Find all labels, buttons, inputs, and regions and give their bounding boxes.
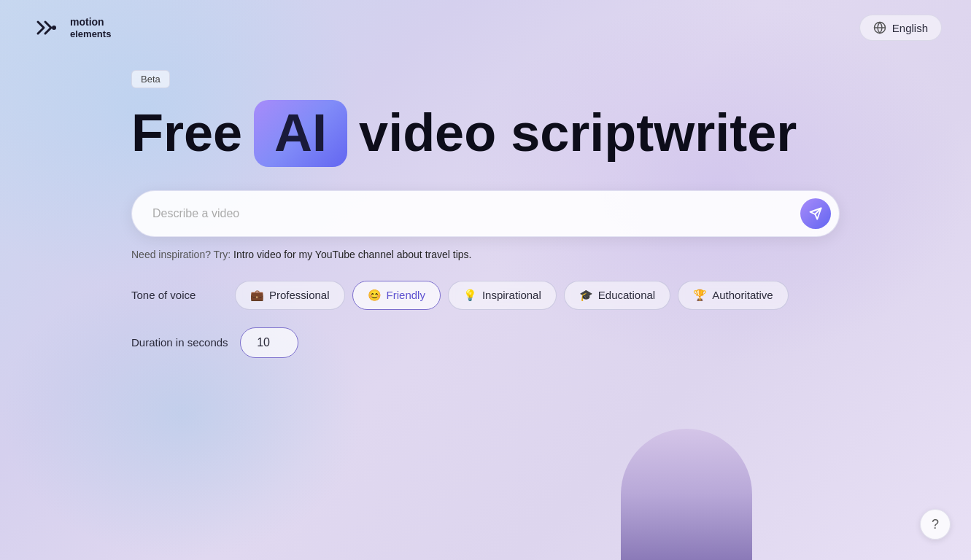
smile-icon: 😊 (368, 289, 382, 302)
headline-ai: AI (274, 106, 327, 161)
graduation-icon: 🎓 (579, 289, 593, 302)
logo: motion elements (29, 10, 111, 45)
bulb-icon: 💡 (463, 289, 477, 302)
globe-icon (873, 21, 886, 34)
send-icon (809, 207, 822, 220)
tone-educational-label: Educational (598, 289, 655, 301)
tone-of-voice-label: Tone of voice (131, 289, 226, 301)
duration-row: Duration in seconds (131, 327, 840, 358)
tone-professional[interactable]: 💼 Professional (235, 281, 345, 310)
language-label: English (892, 22, 928, 34)
logo-text: motion elements (70, 16, 111, 39)
duration-label: Duration in seconds (131, 336, 228, 349)
tone-of-voice-row: Tone of voice 💼 Professional 😊 Friendly … (131, 281, 840, 310)
main-content: Beta Free AI video scriptwriter Need ins… (0, 70, 971, 358)
tone-options: 💼 Professional 😊 Friendly 💡 Inspirationa… (235, 281, 789, 310)
tone-educational[interactable]: 🎓 Educational (564, 281, 670, 310)
tone-inspirational-label: Inspirational (482, 289, 541, 301)
headline-free: Free (131, 106, 242, 161)
navbar: motion elements English (0, 0, 971, 55)
trophy-icon: 🏆 (693, 289, 707, 302)
tone-professional-label: Professional (269, 289, 330, 301)
inspiration-example: Intro video for my YouTube channel about… (233, 249, 471, 260)
person-silhouette (606, 429, 752, 560)
logo-icon (29, 10, 64, 45)
beta-badge: Beta (131, 70, 170, 88)
tone-authoritative[interactable]: 🏆 Authoritative (678, 281, 788, 310)
svg-point-1 (52, 26, 56, 30)
inspiration-prefix: Need inspiration? Try: (131, 249, 231, 260)
tone-inspirational[interactable]: 💡 Inspirational (448, 281, 557, 310)
search-submit-button[interactable] (800, 198, 831, 229)
tone-friendly[interactable]: 😊 Friendly (352, 281, 441, 310)
briefcase-icon: 💼 (250, 289, 264, 302)
inspiration-text: Need inspiration? Try: Intro video for m… (131, 249, 840, 260)
headline: Free AI video scriptwriter (131, 100, 840, 167)
search-input[interactable] (131, 190, 840, 237)
duration-input[interactable] (240, 327, 298, 358)
language-button[interactable]: English (859, 15, 942, 41)
help-button[interactable]: ? (920, 509, 951, 540)
headline-rest: video scriptwriter (359, 106, 797, 161)
tone-authoritative-label: Authoritative (712, 289, 773, 301)
logo-line2: elements (70, 28, 111, 40)
ai-badge: AI (254, 100, 347, 167)
help-icon: ? (932, 517, 939, 532)
beta-label: Beta (141, 74, 160, 85)
svg-rect-0 (29, 10, 64, 45)
logo-line1: motion (70, 16, 111, 28)
person-circle (621, 429, 752, 560)
search-container (131, 190, 840, 237)
tone-friendly-label: Friendly (387, 289, 425, 301)
